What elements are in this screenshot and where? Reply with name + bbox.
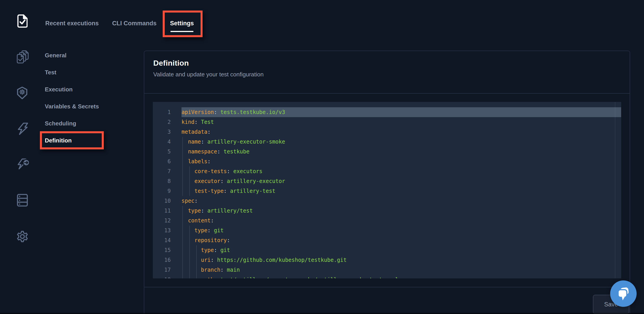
code-line[interactable]: 15 type: git bbox=[153, 245, 621, 255]
line-number: 12 bbox=[153, 216, 171, 226]
gutter-gap bbox=[171, 127, 182, 137]
line-number: 11 bbox=[153, 206, 171, 216]
code-line[interactable]: 4 name: artillery-executor-smoke bbox=[153, 137, 621, 147]
code-line[interactable]: 12 content: bbox=[153, 216, 621, 226]
top-tab[interactable]: Recent executions bbox=[45, 19, 99, 28]
sidebar-item-webhooks[interactable] bbox=[17, 158, 30, 172]
definition-panel: Definition Validate and update your test… bbox=[144, 51, 630, 287]
code-line[interactable]: 2 kind: Test bbox=[153, 117, 621, 127]
top-tab[interactable]: CLI Commands bbox=[112, 19, 157, 28]
gutter-gap bbox=[171, 176, 182, 186]
code-text: core-tests: executors bbox=[182, 166, 621, 176]
line-number: 2 bbox=[153, 117, 171, 127]
gutter-gap bbox=[171, 117, 182, 127]
line-number: 18 bbox=[153, 275, 171, 278]
subnav-item-label: Variables & Secrets bbox=[45, 103, 99, 110]
indent-guide bbox=[196, 245, 197, 278]
code-text: type: git bbox=[182, 226, 621, 235]
panel-header: Definition Validate and update your test… bbox=[144, 51, 630, 94]
code-text: spec: bbox=[182, 196, 621, 206]
sidebar-item-sources[interactable] bbox=[17, 194, 28, 207]
page-subtitle: Validate and update your test configurat… bbox=[153, 71, 621, 78]
subnav-item-label: Scheduling bbox=[45, 120, 76, 127]
line-number: 16 bbox=[153, 255, 171, 265]
line-number: 1 bbox=[153, 107, 171, 117]
indent-guide bbox=[182, 137, 183, 196]
code-line[interactable]: 10 spec: bbox=[153, 196, 621, 206]
line-number: 3 bbox=[153, 127, 171, 137]
webhooks-icon bbox=[17, 158, 30, 172]
gutter-gap bbox=[171, 216, 182, 226]
subnav-item[interactable]: Variables & Secrets bbox=[45, 98, 99, 115]
top-tab-bar: Recent executions CLI Commands Settings bbox=[45, 19, 194, 28]
chat-widget-button[interactable] bbox=[610, 281, 636, 307]
tab-label: Settings bbox=[170, 20, 194, 27]
line-number: 17 bbox=[153, 265, 171, 275]
icon-sidebar bbox=[0, 0, 40, 314]
code-line[interactable]: 8 executor: artillery-executor bbox=[153, 176, 621, 186]
line-number: 15 bbox=[153, 245, 171, 255]
code-text: content: bbox=[182, 216, 621, 226]
window-edge bbox=[0, 313, 644, 314]
subnav-item-label: Execution bbox=[45, 86, 72, 93]
gutter-gap bbox=[171, 226, 182, 235]
sidebar-item-tests[interactable] bbox=[17, 50, 30, 65]
scrollbar-track[interactable] bbox=[615, 102, 615, 278]
code-line[interactable]: 13 type: git bbox=[153, 226, 621, 235]
subnav-item[interactable]: Test bbox=[45, 64, 99, 81]
code-line[interactable]: 1 apiVersion: tests.testkube.io/v3 bbox=[153, 107, 621, 117]
code-line[interactable]: 3 metadata: bbox=[153, 127, 621, 137]
subnav-item[interactable]: Definition bbox=[45, 132, 99, 149]
code-text: labels: bbox=[182, 157, 621, 166]
line-number: 4 bbox=[153, 137, 171, 147]
code-text: kind: Test bbox=[182, 117, 621, 127]
executors-icon bbox=[17, 87, 28, 99]
tests-icon bbox=[17, 50, 30, 64]
sidebar-item-triggers[interactable] bbox=[17, 122, 28, 136]
gutter-gap bbox=[171, 147, 182, 157]
code-text: namespace: testkube bbox=[182, 147, 621, 157]
code-line[interactable]: 5 namespace: testkube bbox=[153, 147, 621, 157]
line-number: 13 bbox=[153, 226, 171, 235]
subnav-item-label: Definition bbox=[45, 137, 72, 144]
subnav-item[interactable]: Scheduling bbox=[45, 115, 99, 132]
gutter-gap bbox=[171, 186, 182, 196]
code-line[interactable]: 14 repository: bbox=[153, 235, 621, 245]
line-number: 10 bbox=[153, 196, 171, 206]
gutter-gap bbox=[171, 107, 182, 117]
code-line[interactable]: 9 test-type: artillery-test bbox=[153, 186, 621, 196]
page-title: Definition bbox=[153, 59, 621, 67]
gutter-gap bbox=[171, 245, 182, 255]
code-text: uri: https://github.com/kubeshop/testkub… bbox=[182, 255, 621, 265]
gutter-gap bbox=[171, 137, 182, 147]
code-line[interactable]: 17 branch: main bbox=[153, 265, 621, 275]
indent-guide bbox=[189, 166, 190, 196]
tab-label: Recent executions bbox=[45, 20, 99, 27]
triggers-icon bbox=[17, 122, 28, 135]
code-text: name: artillery-executor-smoke bbox=[182, 137, 621, 147]
subnav-item[interactable]: Execution bbox=[45, 81, 99, 98]
code-line[interactable]: 6 labels: bbox=[153, 157, 621, 166]
yaml-editor[interactable]: 1 apiVersion: tests.testkube.io/v3 2 kin… bbox=[153, 102, 621, 278]
code-line[interactable]: 18 path: test/artillery/executor-smoke/a… bbox=[153, 275, 621, 278]
gutter-gap bbox=[171, 206, 182, 216]
code-line[interactable]: 11 type: artillery/test bbox=[153, 206, 621, 216]
sidebar-item-executors[interactable] bbox=[17, 87, 28, 100]
active-tab-underline bbox=[170, 31, 194, 32]
sidebar-item-settings[interactable] bbox=[17, 231, 28, 243]
settings-subnav: General Test Execution Variables & Secre… bbox=[45, 47, 99, 149]
code-line[interactable]: 16 uri: https://github.com/kubeshop/test… bbox=[153, 255, 621, 265]
line-number: 9 bbox=[153, 186, 171, 196]
chat-bubbles-icon bbox=[616, 286, 631, 301]
top-tab[interactable]: Settings bbox=[170, 19, 194, 28]
code-text: executor: artillery-executor bbox=[182, 176, 621, 186]
tab-label: CLI Commands bbox=[112, 20, 157, 27]
subnav-item[interactable]: General bbox=[45, 47, 99, 64]
line-number: 6 bbox=[153, 157, 171, 166]
code-text: type: git bbox=[182, 245, 621, 255]
code-text: path: test/artillery/executor-smoke/arti… bbox=[182, 275, 621, 278]
code-line[interactable]: 7 core-tests: executors bbox=[153, 166, 621, 176]
gutter-gap bbox=[171, 235, 182, 245]
code-text: type: artillery/test bbox=[182, 206, 621, 216]
gutter-gap bbox=[171, 275, 182, 278]
